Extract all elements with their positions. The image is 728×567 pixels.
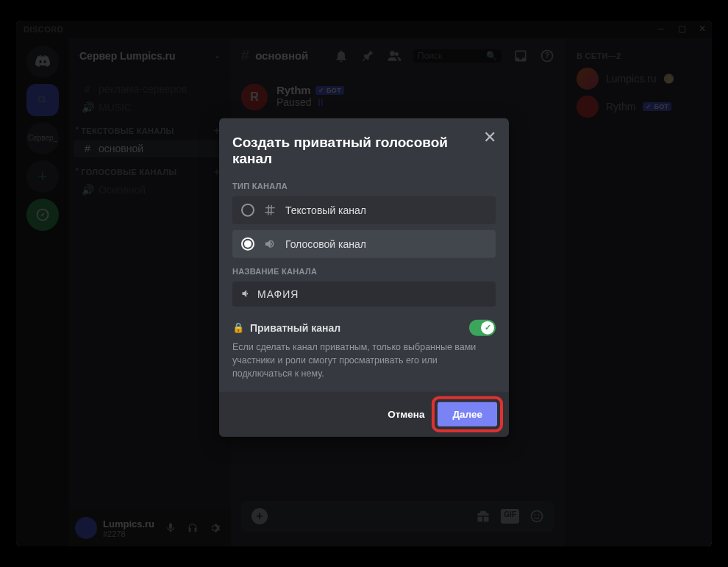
- create-channel-modal: ✕ Создать приватный голосовой канал ТИП …: [219, 118, 509, 436]
- private-label: Приватный канал: [250, 321, 340, 333]
- speaker-icon: [263, 237, 276, 250]
- modal-close-button[interactable]: ✕: [481, 128, 499, 146]
- name-label: НАЗВАНИЕ КАНАЛА: [232, 266, 496, 275]
- type-option-label: Текстовый канал: [285, 204, 366, 215]
- hash-icon: [263, 203, 276, 216]
- cancel-button[interactable]: Отмена: [385, 403, 427, 426]
- modal-footer: Отмена Далее: [219, 392, 509, 437]
- modal-title: Создать приватный голосовой канал: [232, 134, 496, 166]
- channel-name-input-wrap[interactable]: [232, 281, 496, 306]
- channel-name-input[interactable]: [257, 288, 488, 299]
- next-button[interactable]: Далее: [438, 402, 497, 427]
- type-label: ТИП КАНАЛА: [232, 181, 496, 190]
- type-option-label: Голосовой канал: [285, 238, 366, 249]
- type-option-text[interactable]: Текстовый канал: [232, 196, 496, 224]
- app-frame: DISCORD ─ ▢ ✕ СL Сервер_ + Сервер Lumpic…: [16, 21, 712, 546]
- lock-icon: 🔒: [232, 322, 244, 333]
- radio-checked-icon: [241, 237, 254, 250]
- private-description: Если сделать канал приватным, только выб…: [232, 340, 496, 379]
- private-toggle[interactable]: ✓: [469, 319, 496, 335]
- radio-unchecked-icon: [241, 203, 254, 216]
- speaker-icon: [240, 288, 251, 299]
- type-option-voice[interactable]: Голосовой канал: [232, 229, 496, 257]
- check-icon: ✓: [481, 321, 494, 334]
